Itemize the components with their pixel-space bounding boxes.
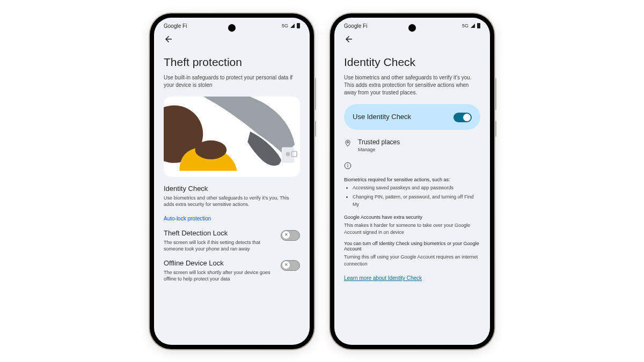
signal-icon <box>290 24 295 28</box>
svg-point-5 <box>286 152 290 156</box>
screen-right: Google Fi 5G Identity Check Use biometri… <box>334 18 490 345</box>
volume-button <box>495 78 496 110</box>
network-label: 5G <box>282 23 288 28</box>
theft-detection-row[interactable]: Theft Detection Lock The screen will loc… <box>164 229 300 253</box>
bullet-item: Changing PIN, pattern, or password, and … <box>353 194 480 208</box>
theft-illustration <box>164 97 300 177</box>
phone-right: Google Fi 5G Identity Check Use biometri… <box>330 13 494 349</box>
volume-button <box>314 78 316 110</box>
network-label: 5G <box>462 23 469 28</box>
page-title: Identity Check <box>344 56 480 69</box>
power-button <box>495 121 496 137</box>
use-identity-check-toggle[interactable] <box>453 113 472 122</box>
page-subtitle: Use biometrics and other safeguards to v… <box>344 74 480 97</box>
battery-icon <box>477 23 480 28</box>
info-icon <box>344 162 480 172</box>
identity-check-desc: Use biometrics and other safeguards to v… <box>164 195 300 208</box>
svg-point-9 <box>347 164 348 164</box>
back-button[interactable] <box>334 32 490 48</box>
arrow-back-icon <box>164 34 173 44</box>
turn-off-heading: You can turn off Identity Check using bi… <box>344 241 480 252</box>
offline-lock-row[interactable]: Offline Device Lock The screen will lock… <box>164 259 300 283</box>
theft-detection-toggle[interactable] <box>281 230 300 241</box>
carrier-label: Google Fi <box>164 23 187 29</box>
auto-lock-link[interactable]: Auto-lock protection <box>164 216 300 221</box>
camera-cutout <box>228 24 236 32</box>
theft-detection-desc: The screen will lock if this setting det… <box>164 239 276 253</box>
google-accounts-body: This makes it harder for someone to take… <box>344 222 480 235</box>
status-right: 5G <box>462 23 480 28</box>
page-title: Theft protection <box>164 56 300 69</box>
svg-point-3 <box>275 157 281 164</box>
biometrics-bullets: Accessing saved passkeys and app passwor… <box>344 184 480 209</box>
screen-left: Google Fi 5G Theft protection Use built-… <box>154 18 310 345</box>
carrier-label: Google Fi <box>344 23 367 29</box>
trusted-places-sub: Manage <box>358 147 480 152</box>
google-accounts-heading: Google Accounts have extra security <box>344 215 480 220</box>
offline-lock-desc: The screen will lock shortly after your … <box>164 269 276 283</box>
signal-icon <box>471 24 475 28</box>
status-right: 5G <box>282 23 300 28</box>
turn-off-body: Turning this off using your Google Accou… <box>344 254 480 267</box>
battery-icon <box>297 23 300 28</box>
phone-left: Google Fi 5G Theft protection Use built-… <box>150 13 314 349</box>
arrow-back-icon <box>344 34 354 44</box>
use-identity-check-row[interactable]: Use Identity Check <box>344 104 480 130</box>
page-subtitle: Use built-in safeguards to protect your … <box>164 74 300 89</box>
biometrics-heading: Biometrics required for sensitive action… <box>344 177 480 182</box>
offline-lock-toggle[interactable] <box>281 260 300 271</box>
power-button <box>314 121 316 137</box>
learn-more-link[interactable]: Learn more about Identity Check <box>344 275 422 281</box>
svg-point-2 <box>195 140 227 159</box>
identity-check-title[interactable]: Identity Check <box>164 184 300 193</box>
trusted-places-row[interactable]: Trusted places Manage <box>344 138 480 152</box>
location-pin-icon <box>344 139 352 147</box>
camera-cutout <box>408 24 416 32</box>
back-button[interactable] <box>154 32 310 48</box>
use-identity-check-label: Use Identity Check <box>353 113 411 121</box>
offline-lock-title: Offline Device Lock <box>164 259 276 267</box>
trusted-places-title: Trusted places <box>358 138 480 146</box>
theft-detection-title: Theft Detection Lock <box>164 229 276 237</box>
bullet-item: Accessing saved passkeys and app passwor… <box>353 184 480 192</box>
